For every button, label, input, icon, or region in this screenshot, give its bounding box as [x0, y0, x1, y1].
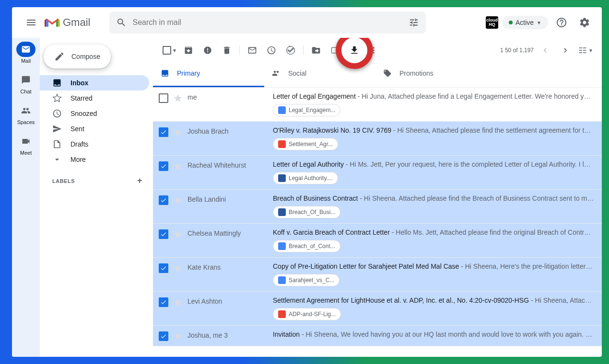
attachment-chip[interactable]: Legal_Engagem... [273, 104, 340, 116]
archive-button[interactable] [179, 41, 198, 60]
sidebar: Compose Inbox Starred Snoozed Sent [40, 38, 153, 357]
logo[interactable]: Gmail [45, 16, 90, 29]
row-checkbox[interactable] [159, 195, 168, 205]
search-input[interactable] [132, 18, 409, 27]
sender: Chelsea Mattingly [187, 228, 268, 237]
sender: Joshua Brach [187, 126, 268, 135]
main-menu-icon[interactable] [20, 11, 43, 34]
message-row[interactable]: Racheal WhitehurstLetter of Legal Author… [153, 156, 602, 190]
star-icon[interactable] [173, 93, 183, 103]
status-pill[interactable]: Active ▼ [502, 16, 548, 29]
word-file-icon [278, 174, 286, 182]
star-icon[interactable] [173, 263, 183, 273]
row-checkbox[interactable] [159, 127, 168, 137]
labels-button[interactable] [326, 41, 345, 60]
clock-icon [52, 109, 62, 118]
nav-snoozed[interactable]: Snoozed [40, 106, 149, 121]
save-to-drive-button[interactable] [345, 41, 364, 60]
nav-drafts-label: Drafts [70, 140, 88, 148]
compose-button[interactable]: Compose [44, 45, 111, 68]
attachment-chip[interactable]: Settlement_Agr... [273, 138, 338, 150]
subject: Copy of Pre-Litigation Letter for Sarahj… [273, 262, 459, 270]
search-options-icon[interactable] [409, 17, 419, 28]
star-icon[interactable] [173, 161, 183, 171]
message-row[interactable]: Joshua, me 3Invitation - Hi Sheena, We l… [153, 326, 602, 346]
message-row[interactable]: Bella LandiniBreach of Business Contract… [153, 190, 602, 224]
next-page-button[interactable] [557, 42, 574, 59]
star-icon[interactable] [173, 127, 183, 137]
attachment-chip[interactable]: Legal Authority.... [273, 172, 338, 184]
row-checkbox[interactable] [159, 331, 168, 341]
subject: Settlement Agreement for LightHouse et a… [273, 296, 529, 304]
attachment-chip[interactable]: Sarahjeet_vs_C... [273, 274, 340, 286]
inbox-icon [161, 69, 169, 78]
nav-sent[interactable]: Sent [40, 121, 149, 136]
report-spam-button[interactable] [198, 41, 217, 60]
rail-meet[interactable]: Meet [16, 134, 35, 156]
nav-inbox[interactable]: Inbox [40, 75, 149, 91]
doc-file-icon [278, 106, 286, 114]
chevron-down-icon[interactable]: ▼ [172, 48, 177, 53]
settings-icon[interactable] [575, 13, 594, 32]
tab-promotions[interactable]: Promotions [375, 61, 487, 87]
more-button[interactable] [364, 41, 383, 60]
separator [239, 46, 240, 55]
message-row[interactable]: meLetter of Legal Engagement - Hi Juna, … [153, 88, 602, 122]
rail-chat[interactable]: Chat [16, 72, 35, 94]
star-icon[interactable] [173, 331, 183, 341]
cloudhq-badge[interactable]: cloudHQ [486, 16, 498, 29]
message-content: Invitation - Hi Sheena, We loved having … [273, 330, 594, 338]
rail-mail[interactable]: Mail [16, 42, 35, 64]
tab-social[interactable]: Social [264, 61, 375, 87]
nav-more[interactable]: More [40, 152, 149, 167]
select-all-checkbox[interactable]: ▼ [161, 41, 179, 60]
attachment-chip[interactable]: Breach_of_Cont... [273, 240, 340, 252]
rail-spaces-label: Spaces [17, 119, 35, 125]
snippet: - Hi Sheena. Attached please find the Br… [358, 194, 594, 202]
tab-primary[interactable]: Primary [153, 61, 264, 87]
message-row[interactable]: Chelsea MattinglyKoff v. Garcia Breach o… [153, 224, 602, 258]
subject-line: Breach of Business Contract - Hi Sheena.… [273, 194, 594, 202]
pdf-file-icon [278, 310, 286, 318]
nav-list: Inbox Starred Snoozed Sent Drafts [40, 75, 149, 167]
sender: Bella Landini [187, 194, 268, 203]
subject: Breach of Business Contract [273, 194, 358, 202]
message-row[interactable]: Kate KransCopy of Pre-Litigation Letter … [153, 258, 602, 292]
sender: me [187, 92, 268, 101]
word-file-icon [278, 208, 286, 216]
snippet: - Hi Juna, Attached please find a Legal … [356, 92, 594, 100]
toggle-split-button[interactable]: ▼ [577, 42, 594, 59]
attachment-chip[interactable]: Breach_Of_Busi... [273, 206, 340, 218]
subject: Letter of Legal Authority [273, 160, 344, 168]
snooze-button[interactable] [262, 41, 281, 60]
star-icon[interactable] [173, 297, 183, 307]
row-checkbox[interactable] [159, 297, 168, 307]
prev-page-button[interactable] [537, 42, 554, 59]
row-checkbox[interactable] [159, 229, 168, 239]
move-to-button[interactable] [306, 41, 326, 60]
labels-header-text: LABELS [52, 178, 75, 184]
search-icon[interactable] [116, 17, 127, 28]
row-checkbox[interactable] [159, 161, 168, 171]
search-bar[interactable] [109, 11, 426, 34]
message-content: Letter of Legal Engagement - Hi Juna, At… [273, 92, 594, 116]
star-icon[interactable] [173, 195, 183, 205]
row-checkbox[interactable] [159, 263, 168, 273]
mark-unread-button[interactable] [243, 41, 262, 60]
meet-icon [16, 134, 35, 149]
message-row[interactable]: Levi AshtonSettlement Agreement for Ligh… [153, 292, 602, 326]
tab-primary-label: Primary [177, 69, 200, 77]
add-task-button[interactable] [281, 41, 300, 60]
add-label-icon[interactable]: + [137, 176, 142, 186]
delete-button[interactable] [217, 41, 236, 60]
star-icon[interactable] [173, 229, 183, 239]
subject: Invitation [273, 330, 300, 338]
subject: O'Riley v. Ratajkowski No. 19 CIV. 9769 [273, 126, 391, 134]
nav-drafts[interactable]: Drafts [40, 136, 149, 152]
help-icon[interactable] [552, 13, 571, 32]
attachment-chip[interactable]: ADP-and-SF-Lig... [273, 308, 341, 320]
rail-spaces[interactable]: Spaces [16, 103, 35, 125]
row-checkbox[interactable] [159, 93, 168, 103]
message-row[interactable]: Joshua BrachO'Riley v. Ratajkowski No. 1… [153, 122, 602, 156]
nav-starred[interactable]: Starred [40, 91, 149, 106]
